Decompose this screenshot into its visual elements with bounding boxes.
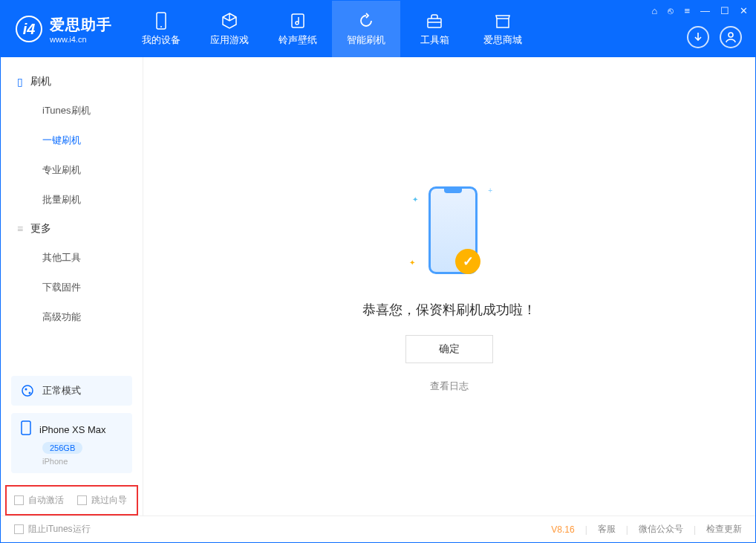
store-icon <box>493 11 512 30</box>
device-icon: ▯ <box>17 76 23 88</box>
minimize-button[interactable]: — <box>700 5 710 16</box>
mode-icon <box>20 383 35 398</box>
checkbox-icon <box>14 495 24 505</box>
svg-point-6 <box>22 386 33 396</box>
tab-ringtone-wallpaper[interactable]: 铃声壁纸 <box>264 1 332 57</box>
refresh-icon <box>356 11 376 30</box>
sidebar-item-oneclick-flash[interactable]: 一键刷机 <box>1 126 143 155</box>
svg-point-1 <box>160 26 162 27</box>
shirt-icon[interactable]: ⌂ <box>652 5 658 16</box>
menu-icon[interactable]: ≡ <box>684 5 690 16</box>
view-log-link[interactable]: 查看日志 <box>430 380 469 393</box>
success-message: 恭喜您，保资料刷机成功啦！ <box>362 301 536 319</box>
sparkle-icon: ✦ <box>412 195 418 204</box>
sidebar-item-other-tools[interactable]: 其他工具 <box>1 243 143 273</box>
app-subtitle: www.i4.cn <box>50 35 112 44</box>
checkbox-icon <box>77 495 87 505</box>
sidebar-group-more: ≡ 更多 <box>1 215 143 243</box>
sidebar-item-pro-flash[interactable]: 专业刷机 <box>1 155 143 185</box>
list-icon: ≡ <box>17 223 23 235</box>
maximize-button[interactable]: ☐ <box>720 5 729 16</box>
sidebar-item-download-firmware[interactable]: 下载固件 <box>1 273 143 302</box>
device-card[interactable]: iPhone XS Max 256GB iPhone <box>11 413 132 473</box>
svg-rect-9 <box>22 421 30 435</box>
svg-point-3 <box>296 22 299 25</box>
tab-store[interactable]: 爱思商城 <box>469 1 537 57</box>
logo-icon: i4 <box>16 16 42 42</box>
header-right-buttons <box>687 26 742 48</box>
device-name: iPhone XS Max <box>39 424 106 435</box>
svg-point-7 <box>25 388 27 391</box>
svg-rect-2 <box>292 14 304 27</box>
mode-label: 正常模式 <box>42 384 81 397</box>
svg-point-8 <box>29 392 31 394</box>
ok-button[interactable]: 确定 <box>405 335 493 363</box>
device-type: iPhone <box>42 457 123 466</box>
music-icon <box>288 11 307 30</box>
user-button[interactable] <box>720 26 742 48</box>
sidebar-item-batch-flash[interactable]: 批量刷机 <box>1 185 143 215</box>
device-storage-badge: 256GB <box>42 442 82 454</box>
main-tabs: 我的设备 应用游戏 铃声壁纸 智能刷机 工具箱 爱思商城 <box>127 1 537 57</box>
mode-card[interactable]: 正常模式 <box>11 376 132 406</box>
close-button[interactable]: ✕ <box>740 5 748 16</box>
tab-smart-flash[interactable]: 智能刷机 <box>332 1 400 57</box>
sidebar: ▯ 刷机 iTunes刷机 一键刷机 专业刷机 批量刷机 ≡ 更多 其他工具 下… <box>1 57 143 516</box>
checkbox-auto-activate[interactable]: 自动激活 <box>14 494 64 507</box>
sidebar-item-itunes-flash[interactable]: iTunes刷机 <box>1 96 143 126</box>
svg-rect-4 <box>428 19 441 27</box>
sparkle-icon: ✦ <box>409 259 415 267</box>
cube-icon <box>220 11 239 30</box>
tab-my-device[interactable]: 我的设备 <box>127 1 195 57</box>
main-content: ✦ ✦ + ✓ 恭喜您，保资料刷机成功啦！ 确定 查看日志 <box>143 57 755 516</box>
tab-toolbox[interactable]: 工具箱 <box>400 1 469 57</box>
highlighted-options: 自动激活 跳过向导 <box>5 485 138 516</box>
phone-icon <box>151 11 171 30</box>
device-phone-icon <box>20 420 32 438</box>
app-title: 爱思助手 <box>50 15 112 35</box>
toolbox-icon <box>425 11 444 30</box>
lock-icon[interactable]: ⎋ <box>668 5 674 16</box>
sidebar-group-flash: ▯ 刷机 <box>1 68 143 96</box>
version-label: V8.16 <box>551 524 574 535</box>
checkbox-skip-guide[interactable]: 跳过向导 <box>77 494 127 507</box>
checkbox-block-itunes[interactable]: 阻止iTunes运行 <box>14 523 91 536</box>
footer-link-update[interactable]: 检查更新 <box>706 523 742 536</box>
window-controls: ⌂ ⎋ ≡ — ☐ ✕ <box>652 5 748 16</box>
footer-link-support[interactable]: 客服 <box>598 523 616 536</box>
sidebar-item-advanced[interactable]: 高级功能 <box>1 302 143 332</box>
footer: 阻止iTunes运行 V8.16 | 客服 | 微信公众号 | 检查更新 <box>1 516 755 542</box>
tab-apps-games[interactable]: 应用游戏 <box>195 1 264 57</box>
checkmark-badge-icon: ✓ <box>455 249 480 274</box>
download-button[interactable] <box>687 26 709 48</box>
footer-link-wechat[interactable]: 微信公众号 <box>639 523 683 536</box>
checkbox-icon <box>14 524 24 534</box>
app-header: i4 爱思助手 www.i4.cn 我的设备 应用游戏 铃声壁纸 智能刷机 工具… <box>1 1 755 57</box>
success-illustration: ✦ ✦ + ✓ <box>405 181 494 284</box>
logo-area: i4 爱思助手 www.i4.cn <box>1 1 127 57</box>
sparkle-icon: + <box>488 186 492 195</box>
svg-point-5 <box>729 33 733 37</box>
